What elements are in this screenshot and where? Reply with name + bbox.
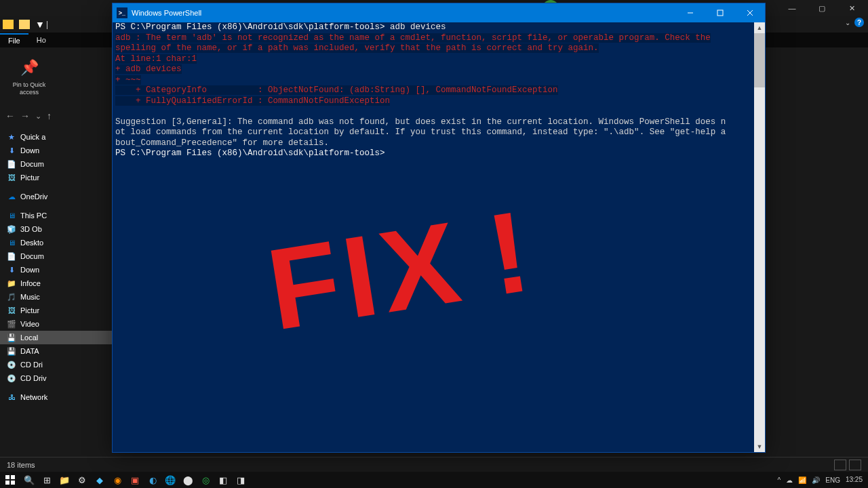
svg-rect-5 bbox=[11, 475, 15, 479]
powershell-console[interactable]: PS C:\Program Files (x86)\Android\sdk\pl… bbox=[113, 22, 754, 452]
explorer-home-tab[interactable]: Ho bbox=[28, 34, 54, 46]
suggestion-line: ot load commands from the current locati… bbox=[115, 127, 726, 137]
folder-icon bbox=[3, 20, 14, 29]
taskbar-app-icon[interactable]: ◆ bbox=[91, 472, 108, 488]
sidebar-item[interactable]: 💾DATA bbox=[0, 344, 112, 358]
error-line: + CategoryInfo : ObjectNotFound: (adb:St… bbox=[115, 85, 558, 95]
ps-close-button[interactable] bbox=[735, 3, 765, 22]
explorer-statusbar: 18 items bbox=[0, 457, 868, 472]
sidebar-item-icon: 🖼 bbox=[7, 306, 16, 315]
sidebar-item[interactable]: ☁OneDriv bbox=[0, 190, 112, 203]
status-view-toggle bbox=[834, 460, 861, 470]
sidebar-item-icon: 🖼 bbox=[7, 173, 16, 182]
sidebar-item-label: Local bbox=[20, 333, 38, 342]
scroll-down-icon[interactable]: ▼ bbox=[754, 441, 765, 452]
ps-minimize-button[interactable] bbox=[675, 3, 705, 22]
pin-label: Pin to Quick access bbox=[12, 81, 46, 96]
sidebar-item-icon: ★ bbox=[7, 132, 16, 142]
nav-forward-button[interactable]: → bbox=[20, 110, 30, 121]
sidebar-item[interactable]: 🎬Video bbox=[0, 317, 112, 331]
taskbar-app-icon[interactable]: ▣ bbox=[126, 472, 144, 488]
pin-to-quick-access-button[interactable]: 📌 Pin to Quick access bbox=[12, 57, 46, 96]
explorer-minimize-button[interactable]: — bbox=[777, 0, 807, 16]
sidebar-item-icon: 🎵 bbox=[7, 292, 16, 302]
start-button[interactable] bbox=[0, 472, 20, 488]
taskbar-settings-icon[interactable]: ⚙ bbox=[73, 472, 91, 488]
sidebar-item[interactable]: 🧊3D Ob bbox=[0, 222, 112, 236]
taskbar-xbox-icon[interactable]: ◎ bbox=[197, 472, 214, 488]
taskbar: 🔍 ⊞ 📁 ⚙ ◆ ◉ ▣ ◐ 🌐 ⬤ ◎ ◧ ◨ ^ ☁ 📶 🔊 ENG 13… bbox=[0, 472, 868, 488]
sidebar-item-icon: 🖥 bbox=[7, 211, 16, 220]
sidebar-item[interactable]: ⬇Down bbox=[0, 144, 112, 157]
sidebar-item[interactable]: ⬇Down bbox=[0, 263, 112, 277]
sidebar-item[interactable]: ★Quick a bbox=[0, 130, 112, 144]
sidebar-item[interactable]: 💾Local bbox=[0, 331, 112, 344]
scroll-track[interactable] bbox=[754, 33, 765, 441]
sidebar-item[interactable]: 📄Docum bbox=[0, 249, 112, 263]
nav-back-button[interactable]: ← bbox=[5, 110, 15, 121]
nav-recent-dropdown-icon[interactable]: ⌄ bbox=[35, 112, 41, 121]
sidebar-item-label: Pictur bbox=[20, 174, 39, 182]
sidebar-item[interactable]: 💿CD Driv bbox=[0, 371, 112, 385]
folder-icon bbox=[19, 20, 30, 29]
sidebar-item[interactable]: 🖥This PC bbox=[0, 209, 112, 222]
sidebar-item[interactable]: 🖼Pictur bbox=[0, 171, 112, 184]
prompt: PS C:\Program Files (x86)\Android\sdk\pl… bbox=[115, 148, 385, 158]
sidebar-item[interactable]: 💿CD Dri bbox=[0, 358, 112, 371]
error-line: spelling of the name, or if a path was i… bbox=[115, 43, 599, 53]
powershell-window: >_ Windows PowerShell PS C:\Program File… bbox=[112, 3, 766, 453]
view-details-button[interactable] bbox=[834, 460, 846, 470]
taskbar-steam-icon[interactable]: ⬤ bbox=[179, 472, 197, 488]
taskbar-explorer-icon[interactable]: 📁 bbox=[56, 472, 73, 488]
error-line: + ~~~ bbox=[115, 75, 141, 85]
error-line: adb : The term 'adb' is not recognized a… bbox=[115, 33, 711, 43]
tray-language[interactable]: ENG bbox=[825, 476, 840, 484]
sidebar-item-label: 3D Ob bbox=[20, 225, 42, 233]
tray-onedrive-icon[interactable]: ☁ bbox=[786, 476, 793, 484]
error-line: + adb devices bbox=[115, 64, 182, 74]
sidebar-item[interactable]: 🖥Deskto bbox=[0, 236, 112, 249]
explorer-close-button[interactable]: ✕ bbox=[837, 0, 867, 16]
ribbon-collapse-icon[interactable]: ⌄ bbox=[845, 19, 850, 26]
sidebar-item-icon: ☁ bbox=[7, 192, 16, 201]
tray-clock[interactable]: 13:25 bbox=[846, 476, 863, 484]
sidebar-item[interactable]: 🖼Pictur bbox=[0, 304, 112, 317]
explorer-maximize-button[interactable]: ▢ bbox=[807, 0, 837, 16]
tray-volume-icon[interactable]: 🔊 bbox=[812, 476, 820, 484]
sidebar-item[interactable]: 📁Infoce bbox=[0, 277, 112, 290]
taskbar-taskview-icon[interactable]: ⊞ bbox=[38, 472, 56, 488]
taskbar-search-icon[interactable]: 🔍 bbox=[20, 472, 38, 488]
tray-network-icon[interactable]: 📶 bbox=[798, 476, 806, 484]
error-line: At line:1 char:1 bbox=[115, 54, 197, 64]
sidebar-item[interactable]: 🖧Network bbox=[0, 390, 112, 404]
ps-maximize-button[interactable] bbox=[705, 3, 735, 22]
view-icons-button[interactable] bbox=[849, 460, 861, 470]
explorer-file-tab[interactable]: File bbox=[0, 33, 28, 47]
powershell-titlebar[interactable]: >_ Windows PowerShell bbox=[113, 3, 765, 22]
sidebar-item-icon: 💿 bbox=[7, 373, 16, 383]
svg-rect-6 bbox=[5, 481, 9, 485]
scroll-thumb[interactable] bbox=[754, 33, 765, 87]
status-item-count: 18 items bbox=[7, 461, 35, 469]
taskbar-app-icon[interactable]: ◧ bbox=[214, 472, 232, 488]
tray-overflow-icon[interactable]: ^ bbox=[778, 476, 781, 484]
dropdown-chevron-icon[interactable]: ⯆ │ bbox=[37, 21, 50, 28]
taskbar-edge-icon[interactable]: ◐ bbox=[144, 472, 161, 488]
sidebar-item-icon: 🎬 bbox=[7, 319, 16, 329]
taskbar-app-icon[interactable]: ◨ bbox=[232, 472, 250, 488]
sidebar-item-label: Down bbox=[20, 146, 39, 155]
sidebar-item-icon: 📄 bbox=[7, 159, 16, 169]
sidebar-item[interactable]: 📄Docum bbox=[0, 157, 112, 171]
nav-up-button[interactable]: ↑ bbox=[47, 110, 52, 121]
taskbar-chrome-icon[interactable]: 🌐 bbox=[161, 472, 179, 488]
help-icon[interactable]: ? bbox=[854, 18, 864, 27]
sidebar-item-icon: 💾 bbox=[7, 333, 16, 342]
scroll-up-icon[interactable]: ▲ bbox=[754, 22, 765, 33]
powershell-scrollbar[interactable]: ▲ ▼ bbox=[754, 22, 765, 452]
sidebar-item[interactable]: 🎵Music bbox=[0, 290, 112, 304]
powershell-title-text: Windows PowerShell bbox=[132, 9, 201, 17]
powershell-body: PS C:\Program Files (x86)\Android\sdk\pl… bbox=[113, 22, 765, 452]
sidebar-item-icon: 💿 bbox=[7, 360, 16, 369]
taskbar-app-icon[interactable]: ◉ bbox=[108, 472, 126, 488]
maximize-icon bbox=[717, 9, 724, 16]
